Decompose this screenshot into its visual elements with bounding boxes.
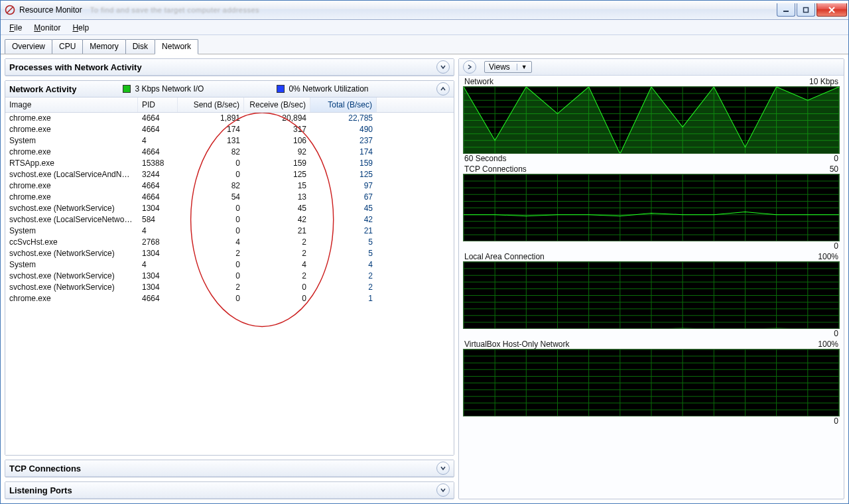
- tab-overview[interactable]: Overview: [5, 39, 52, 54]
- table-row[interactable]: System402121: [5, 225, 454, 237]
- tab-memory[interactable]: Memory: [82, 39, 125, 54]
- menu-help[interactable]: Help: [68, 22, 94, 34]
- cell-image: svchost.exe (LocalServiceAndNoImp...: [5, 169, 138, 180]
- panel-processes: Processes with Network Activity: [5, 58, 454, 76]
- views-button[interactable]: Views ▼: [484, 61, 532, 73]
- menu-monitor-label: onitor: [40, 23, 60, 32]
- cell-send: 2: [178, 282, 244, 293]
- svg-line-1: [7, 7, 13, 13]
- panel-listening-header[interactable]: Listening Ports: [5, 482, 454, 499]
- table-row[interactable]: System4044: [5, 259, 454, 271]
- chart-3: VirtualBox Host-Only Network100%0: [463, 340, 840, 426]
- table-row[interactable]: RTSApp.exe153880159159: [5, 158, 454, 169]
- chart-zero: 0: [834, 329, 838, 338]
- table-row[interactable]: chrome.exe4664001: [5, 293, 454, 304]
- expand-icon[interactable]: [436, 483, 450, 497]
- table-row[interactable]: svchost.exe (LocalServiceAndNoImp...3244…: [5, 169, 454, 180]
- table-row[interactable]: svchost.exe (NetworkService)1304022: [5, 271, 454, 282]
- cell-total: 490: [310, 124, 377, 135]
- chart-scale: 50: [830, 164, 838, 174]
- cell-recv: 317: [244, 124, 310, 135]
- panel-processes-title: Processes with Network Activity: [9, 62, 142, 72]
- table-body[interactable]: chrome.exe46641,89120,89422,785chrome.ex…: [5, 113, 454, 455]
- table-row[interactable]: chrome.exe46641,89120,89422,785: [5, 113, 454, 124]
- panel-activity-header[interactable]: Network Activity 3 Kbps Network I/O 0% N…: [5, 81, 454, 97]
- cell-send: 0: [178, 203, 244, 214]
- minimize-button[interactable]: [777, 3, 795, 17]
- tab-network[interactable]: Network: [155, 39, 198, 54]
- panel-network-activity: Network Activity 3 Kbps Network I/O 0% N…: [5, 80, 454, 456]
- cell-image: System: [5, 135, 138, 147]
- cell-send: 174: [178, 124, 244, 135]
- table-row[interactable]: svchost.exe (NetworkService)1304225: [5, 248, 454, 259]
- table-row[interactable]: chrome.exe4664174317490: [5, 124, 454, 135]
- table-row[interactable]: ccSvcHst.exe2768425: [5, 237, 454, 248]
- tab-cpu[interactable]: CPU: [52, 39, 83, 54]
- cell-send: 0: [178, 259, 244, 271]
- table-row[interactable]: chrome.exe4664821597: [5, 180, 454, 192]
- table-row[interactable]: chrome.exe46648292174: [5, 147, 454, 158]
- titlebar: Resource Monitor To find and save the ta…: [1, 1, 848, 20]
- cell-total: 67: [310, 192, 377, 203]
- col-send[interactable]: Send (B/sec): [178, 97, 244, 112]
- col-recv[interactable]: Receive (B/sec): [244, 97, 310, 112]
- tab-disk[interactable]: Disk: [125, 39, 155, 54]
- cell-image: chrome.exe: [5, 147, 138, 158]
- chart-zero: 0: [834, 154, 838, 163]
- chart-zero: 0: [834, 416, 838, 426]
- cell-send: 1,891: [178, 113, 244, 124]
- legend-io: 3 Kbps Network I/O: [123, 84, 204, 94]
- window-title: Resource Monitor: [19, 5, 90, 15]
- cell-pid: 1304: [138, 248, 178, 259]
- content-area: Processes with Network Activity Network …: [1, 54, 848, 503]
- cell-total: 174: [310, 147, 377, 158]
- cell-image: System: [5, 225, 138, 237]
- right-column: Views ▼ Network10 Kbps60 Seconds0TCP Con…: [458, 58, 844, 499]
- collapse-charts-icon[interactable]: [463, 60, 476, 74]
- table-row[interactable]: svchost.exe (NetworkService)130404545: [5, 203, 454, 214]
- cell-recv: 159: [244, 158, 310, 169]
- cell-send: 0: [178, 293, 244, 304]
- cell-total: 97: [310, 180, 377, 192]
- table-row[interactable]: svchost.exe (LocalServiceNetworkR...5840…: [5, 214, 454, 225]
- menu-monitor[interactable]: Monitor: [29, 22, 65, 34]
- table-row[interactable]: System4131106237: [5, 135, 454, 147]
- cell-send: 0: [178, 169, 244, 180]
- chart-scale: 100%: [818, 252, 838, 261]
- cell-send: 54: [178, 192, 244, 203]
- expand-icon[interactable]: [436, 462, 450, 475]
- chart-xaxis-left: 60 Seconds: [464, 154, 506, 163]
- menu-bar: File Monitor Help: [1, 20, 848, 35]
- col-pid[interactable]: PID: [138, 97, 178, 112]
- cell-recv: 92: [244, 147, 310, 158]
- maximize-button[interactable]: [797, 3, 815, 17]
- cell-total: 1: [310, 293, 377, 304]
- cell-pid: 4664: [138, 124, 178, 135]
- cell-image: chrome.exe: [5, 124, 138, 135]
- cell-image: ccSvcHst.exe: [5, 237, 138, 248]
- charts-header: Views ▼: [459, 59, 844, 76]
- table-row[interactable]: svchost.exe (NetworkService)1304202: [5, 282, 454, 293]
- cell-send: 131: [178, 135, 244, 147]
- app-icon: [5, 5, 15, 15]
- cell-total: 21: [310, 225, 377, 237]
- panel-tcp-header[interactable]: TCP Connections: [5, 460, 454, 477]
- chart-2: Local Area Connection100%0: [463, 252, 840, 338]
- menu-file[interactable]: File: [5, 22, 27, 34]
- expand-icon[interactable]: [436, 60, 450, 74]
- panel-tcp: TCP Connections: [5, 460, 454, 477]
- panel-processes-header[interactable]: Processes with Network Activity: [5, 59, 454, 76]
- cell-send: 0: [178, 158, 244, 169]
- chart-0: Network10 Kbps60 Seconds0: [463, 77, 840, 163]
- cell-pid: 3244: [138, 169, 178, 180]
- left-column: Processes with Network Activity Network …: [5, 58, 454, 499]
- cell-pid: 584: [138, 214, 178, 225]
- cell-recv: 106: [244, 135, 310, 147]
- col-image[interactable]: Image: [5, 97, 138, 112]
- panel-tcp-title: TCP Connections: [9, 464, 81, 473]
- close-button[interactable]: [816, 3, 847, 17]
- table-row[interactable]: chrome.exe4664541367: [5, 192, 454, 203]
- collapse-icon[interactable]: [436, 82, 450, 95]
- cell-recv: 2: [244, 237, 310, 248]
- col-total[interactable]: Total (B/sec): [310, 97, 377, 112]
